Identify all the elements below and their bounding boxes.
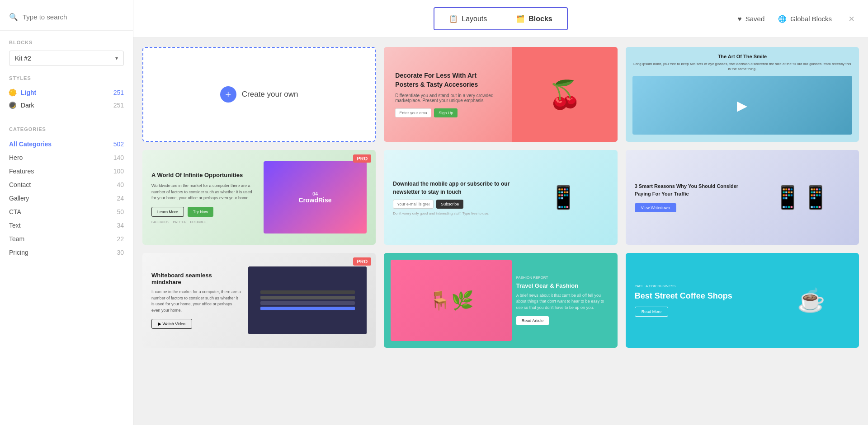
search-input[interactable] (23, 13, 124, 21)
sun-icon: ☀️ (9, 89, 16, 96)
smile-title: The Art Of The Smile (718, 54, 767, 59)
blocks-section: BLOCKS Kit #2 ▾ (0, 31, 133, 68)
category-hero[interactable]: Hero 140 (9, 151, 124, 164)
category-all-count: 502 (113, 140, 124, 148)
category-features-label: Features (9, 168, 34, 175)
whiteboard-card[interactable]: PRO Whiteboard seamless mindshare It can… (142, 253, 376, 348)
categories-title: CATEGORIES (9, 126, 124, 132)
style-light-count: 251 (113, 89, 124, 96)
cherry-card[interactable]: Decorate For Less With Art Posters & Tas… (384, 47, 617, 142)
category-contact-label: Contact (9, 181, 31, 188)
sidebar: 🔍 BLOCKS Kit #2 ▾ STYLES ☀️ Light 251 (0, 0, 133, 425)
category-hero-label: Hero (9, 154, 23, 161)
whiteboard-image (248, 266, 367, 334)
crowd-sub: Worldwide are in the market for a comput… (151, 183, 257, 201)
coffee-image: ☕ (759, 253, 859, 348)
travel-card[interactable]: 🪑🌿 FASHION REPORT Travel Gear & Fashion … (384, 253, 617, 348)
global-blocks-nav-item[interactable]: 🌐 Global Blocks (778, 15, 832, 23)
saved-nav-item[interactable]: ♥ Saved (738, 15, 764, 23)
category-pricing-label: Pricing (9, 249, 28, 256)
category-cta-count: 50 (117, 208, 124, 215)
category-gallery[interactable]: Gallery 24 (9, 191, 124, 205)
cherry-sub: Differentiate you and stand out in a ver… (395, 93, 501, 103)
reasons-title: 3 Smart Reasons Why You Should Consider … (635, 182, 746, 197)
category-cta[interactable]: CTA 50 (9, 205, 124, 219)
cherry-signup-btn[interactable]: Sign Up (434, 108, 458, 117)
category-team-label: Team (9, 235, 24, 243)
style-light[interactable]: ☀️ Light 251 (9, 86, 124, 99)
category-text-count: 34 (117, 222, 124, 229)
chevron-down-icon: ▾ (115, 55, 118, 61)
styles-section: STYLES ☀️ Light 251 🌙 Dark 251 (0, 68, 133, 119)
nav-tabs: 📋 Layouts 🗂️ Blocks (434, 7, 568, 30)
smile-sub: Long ipsum dolor, you free to keep two s… (632, 61, 852, 71)
tab-layouts[interactable]: 📋 Layouts (434, 8, 501, 29)
travel-image: 🪑🌿 (391, 260, 511, 341)
category-contact[interactable]: Contact 40 (9, 178, 124, 191)
tab-blocks-label: Blocks (528, 15, 552, 23)
coffee-card[interactable]: PAELLA FOR BUSINESS Best Street Coffee S… (626, 253, 859, 348)
cherry-title: Decorate For Less With Art Posters & Tas… (395, 71, 501, 89)
globe-icon: 🌐 (778, 15, 787, 23)
kit-selector[interactable]: Kit #2 ▾ (9, 51, 124, 66)
category-all[interactable]: All Categories 502 (9, 137, 124, 151)
create-own-card[interactable]: + Create your own (142, 47, 376, 142)
create-label: Create your own (242, 90, 298, 99)
crowdrise-card[interactable]: PRO A World Of Infinite Opportunities Wo… (142, 150, 376, 245)
blocks-title: BLOCKS (9, 40, 124, 45)
coffee-small-label: PAELLA FOR BUSINESS (635, 284, 753, 288)
mobile-image: 📱 (518, 163, 609, 231)
close-button[interactable]: × (849, 13, 854, 25)
crowd-link-tw: TWITTER (173, 220, 187, 224)
travel-title: Travel Gear & Fashion (516, 282, 611, 289)
category-gallery-count: 24 (117, 195, 124, 202)
coffee-title: Best Street Coffee Shops (635, 291, 753, 301)
category-contact-count: 40 (117, 181, 124, 188)
tab-blocks[interactable]: 🗂️ Blocks (501, 8, 566, 29)
moon-icon: 🌙 (9, 102, 16, 109)
travel-read-btn[interactable]: Read Article (516, 316, 549, 325)
mobile-note: Don't worry only good and interesting st… (393, 211, 511, 215)
nav-extras: ♥ Saved 🌐 Global Blocks (738, 15, 832, 23)
categories-section: CATEGORIES All Categories 502 Hero 140 F… (0, 119, 133, 266)
category-features-count: 100 (113, 168, 124, 175)
saved-label: Saved (745, 15, 765, 23)
category-pricing[interactable]: Pricing 30 (9, 246, 124, 259)
travel-small-label: FASHION REPORT (516, 276, 611, 280)
category-text[interactable]: Text 34 (9, 219, 124, 232)
mobile-email-input[interactable] (393, 200, 434, 209)
category-features[interactable]: Features 100 (9, 164, 124, 178)
coffee-read-btn[interactable]: Read More (635, 307, 669, 317)
mobile-card[interactable]: Download the mobile app or subscribe to … (384, 150, 617, 245)
reasons-image: 📱📱 (753, 163, 850, 231)
main-content: 📋 Layouts 🗂️ Blocks ♥ Saved 🌐 Global Blo… (133, 0, 868, 425)
category-gallery-label: Gallery (9, 195, 29, 202)
style-dark-label: Dark (21, 102, 34, 109)
mobile-title: Download the mobile app or subscribe to … (393, 180, 511, 196)
search-icon: 🔍 (9, 13, 18, 21)
reasons-card[interactable]: 3 Smart Reasons Why You Should Consider … (626, 150, 859, 245)
mobile-subscribe-btn[interactable]: Subscribe (436, 200, 463, 209)
category-all-label: All Categories (9, 140, 52, 148)
blocks-icon: 🗂️ (516, 14, 525, 23)
search-bar: 🔍 (0, 9, 133, 31)
category-text-label: Text (9, 222, 21, 229)
category-cta-label: CTA (9, 208, 21, 215)
category-team[interactable]: Team 22 (9, 232, 124, 246)
reasons-view-btn[interactable]: View Writedown (635, 203, 676, 212)
category-pricing-count: 30 (117, 249, 124, 256)
whiteboard-watch-btn[interactable]: ▶ Watch Video (151, 319, 192, 329)
pro-badge-2: PRO (353, 257, 371, 266)
cherry-email-input[interactable] (395, 108, 431, 117)
layouts-icon: 📋 (449, 14, 458, 23)
crowd-try-btn[interactable]: Try Now (188, 207, 213, 217)
crowd-link-fb: FACEBOOK (151, 220, 169, 224)
smile-card[interactable]: The Art Of The Smile Long ipsum dolor, y… (626, 47, 859, 142)
whiteboard-sub: It can be in the market for a computer, … (151, 289, 241, 313)
category-team-count: 22 (117, 235, 124, 243)
whiteboard-title: Whiteboard seamless mindshare (151, 272, 241, 285)
crowd-link-dr: DRIBBBLE (190, 220, 206, 224)
tab-layouts-label: Layouts (462, 15, 487, 23)
style-dark[interactable]: 🌙 Dark 251 (9, 99, 124, 112)
crowd-learn-btn[interactable]: Learn More (151, 207, 184, 217)
